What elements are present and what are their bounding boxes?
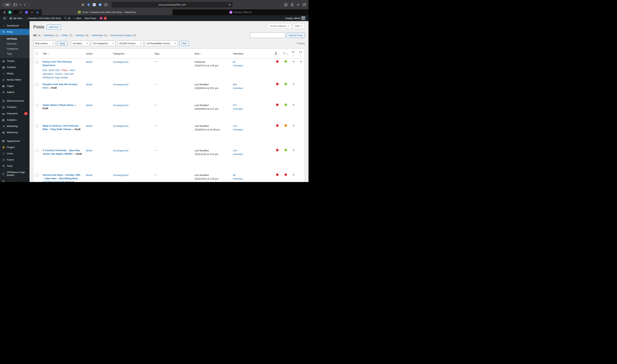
row-action-trash[interactable]: Trash xyxy=(62,69,67,72)
row-checkbox[interactable] xyxy=(36,104,38,107)
internal-links-column-icon[interactable] xyxy=(292,51,294,53)
seo-score-column-icon[interactable] xyxy=(275,52,277,55)
shield-extension-icon[interactable] xyxy=(87,3,90,6)
category-link[interactable]: Uncategorized xyxy=(113,149,128,152)
row-action-view[interactable]: View xyxy=(69,69,75,72)
readability-scores-filter-select[interactable]: All Readability Scores▼ xyxy=(145,40,178,46)
view-link-unticketed[interactable]: Unticketed xyxy=(92,34,103,37)
row-checkbox[interactable] xyxy=(36,125,38,128)
tab-overview-button[interactable] xyxy=(303,3,306,6)
attendees-count-link[interactable]: 84 xyxy=(233,61,236,63)
post-title-link[interactable]: Taylor Nation Tribute Show xyxy=(43,104,73,106)
globe-extension-icon[interactable] xyxy=(99,3,102,6)
author-link[interactable]: 48half xyxy=(86,83,92,86)
select-all-checkbox[interactable] xyxy=(35,52,38,55)
row-action-quick-edit[interactable]: Quick Edit xyxy=(49,69,59,72)
sidebar-item-products[interactable]: ▥Products xyxy=(0,104,29,110)
forward-button[interactable] xyxy=(28,3,30,6)
view-link-published[interactable]: Published xyxy=(44,34,54,37)
row-action-orders[interactable]: Orders xyxy=(55,72,63,75)
sort-by-title[interactable]: Title▲▼ xyxy=(43,52,49,55)
sidebar-item-plugins[interactable]: ⚡Plugins xyxy=(0,144,29,150)
site-name-menu[interactable]: ⌂Paradise Grill Online Gift Shop xyxy=(24,15,63,21)
author-link[interactable]: 48half xyxy=(86,125,92,127)
help-button[interactable]: Help▼ xyxy=(292,23,305,29)
seo-scores-filter-select[interactable]: All SEO Scores▼ xyxy=(117,40,144,46)
pinned-tab-7[interactable]: ◆ xyxy=(36,11,39,14)
sidebar-item-salient[interactable]: ★Salient xyxy=(0,89,29,95)
filter-button[interactable]: Filter xyxy=(179,41,189,46)
sidebar-item-nectar-slider[interactable]: ⇄Nectar Slider xyxy=(0,77,29,83)
add-post-button[interactable]: Add Post xyxy=(47,25,61,29)
author-link[interactable]: 48half xyxy=(86,61,92,63)
pinned-tab-3[interactable]: ○ xyxy=(14,11,17,14)
sidebar-item-portfolio[interactable]: ▦Portfolio xyxy=(0,64,29,70)
yoast-menu[interactable]: Y1 xyxy=(98,15,108,21)
new-tab-button[interactable] xyxy=(297,3,300,6)
attendees-capacity-link[interactable]: Unlimited xyxy=(233,153,243,156)
new-content-menu[interactable]: +New xyxy=(72,15,83,21)
my-sites-menu[interactable]: ▦My Sites xyxy=(8,15,24,21)
sidebar-item-appearance[interactable]: ◩Appearance xyxy=(0,138,29,144)
category-link[interactable]: Uncategorized xyxy=(113,104,128,107)
sort-by-date[interactable]: Date▲▼ xyxy=(195,52,202,55)
sidebar-item-woocommerce[interactable]: ⓌWooCommerce xyxy=(0,98,29,104)
search-posts-button[interactable]: Search Posts xyxy=(287,33,305,38)
apply-button[interactable]: Apply xyxy=(57,41,67,46)
share-button[interactable] xyxy=(291,3,294,6)
row-checkbox[interactable] xyxy=(36,61,38,64)
submenu-item-all-posts[interactable]: All Posts xyxy=(0,36,29,41)
tab-secondary[interactable]: G Pricing | Glitter AI xyxy=(172,9,309,15)
attendees-count-link[interactable]: 144 xyxy=(233,149,237,152)
reload-icon[interactable]: ↻ xyxy=(228,3,231,6)
row-checkbox[interactable] xyxy=(36,83,38,86)
attendees-count-link[interactable]: 507 xyxy=(233,104,237,107)
notes-extension-icon[interactable] xyxy=(93,3,96,6)
sidebar-item-posts[interactable]: ✎Posts xyxy=(0,29,29,35)
bulk-actions-select[interactable]: Bulk actions▼ xyxy=(33,40,56,46)
pinned-tab-1[interactable]: A xyxy=(3,11,6,14)
post-title-link[interactable]: Kenny Live! The Chesney Experience xyxy=(43,60,72,67)
sidebar-item-future[interactable]: ◷Future xyxy=(0,157,29,163)
sidebar-item-tickets[interactable]: ▤Tickets xyxy=(0,58,29,64)
dates-filter-select[interactable]: All dates▼ xyxy=(71,40,90,46)
sidebar-item-dashboard[interactable]: ⌂Dashboard xyxy=(0,23,29,29)
address-bar[interactable]: shop.paradisegrillde.com ↻ xyxy=(112,2,233,8)
screen-options-button[interactable]: Screen Options▼ xyxy=(268,23,292,29)
row-checkbox[interactable] xyxy=(36,149,38,152)
extension-asterisk-icon[interactable] xyxy=(81,3,84,6)
tab-active[interactable]: Posts ‹ Paradise Grill Online Gift Shop … xyxy=(42,9,172,15)
attendees-count-link[interactable]: 314 xyxy=(233,125,237,127)
downloads-button[interactable] xyxy=(284,3,288,6)
sidebar-item-mailchimp[interactable]: ◉Mailchimp xyxy=(0,129,29,136)
view-posts-menu[interactable]: View Posts xyxy=(83,15,98,21)
readability-score-column-icon[interactable]: ✎ xyxy=(284,52,286,55)
outgoing-links-column-icon[interactable] xyxy=(299,51,302,53)
view-link-ticketed[interactable]: Ticketed xyxy=(75,34,84,37)
attendees-count-link[interactable]: 68 xyxy=(233,174,236,177)
sidebar-item-pages[interactable]: ▣Pages xyxy=(0,83,29,89)
pinned-tab-5[interactable]: U xyxy=(25,11,28,14)
my-account-menu[interactable]: Howdy, 48half xyxy=(284,16,307,20)
sidebar-item-payments[interactable]: ▬Payments1 xyxy=(0,110,29,117)
submenu-item-add-post[interactable]: Add Post xyxy=(0,41,29,46)
categories-filter-select[interactable]: All Categories▼ xyxy=(91,40,116,46)
search-input[interactable] xyxy=(250,32,285,38)
pinned-tab-4[interactable]: ● xyxy=(19,11,22,14)
wp-logo-menu[interactable]: Ⓦ xyxy=(1,15,8,21)
sidebar-toggle-button[interactable] xyxy=(13,3,17,6)
post-title-link[interactable]: Harvest and Hops – October 19th – 12pm-4… xyxy=(43,174,80,182)
sidebar-item-wpbakery-page-builder[interactable]: ◫WPBakery Page Builder xyxy=(0,169,29,178)
attendees-capacity-link[interactable]: Unlimited xyxy=(233,177,243,180)
attendees-count-link[interactable]: 664 xyxy=(233,83,237,86)
view-link-all[interactable]: All xyxy=(33,34,36,37)
attendees-capacity-link[interactable]: Unlimited xyxy=(233,107,243,110)
sidebar-item-item[interactable]: ⚙ xyxy=(0,178,29,182)
category-link[interactable]: Uncategorized xyxy=(113,83,128,86)
sidebar-item-users[interactable]: ☺Users xyxy=(0,150,29,157)
updates-menu[interactable]: ↻16 xyxy=(63,15,72,21)
submenu-item-tags[interactable]: Tags xyxy=(0,51,29,56)
attendees-capacity-link[interactable]: Unlimited xyxy=(233,87,243,90)
author-link[interactable]: 48half xyxy=(86,149,92,152)
submenu-item-categories[interactable]: Categories xyxy=(0,46,29,51)
